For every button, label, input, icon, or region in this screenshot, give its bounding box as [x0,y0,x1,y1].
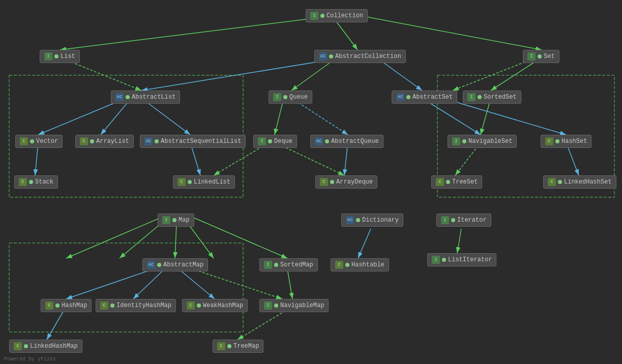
node-queue[interactable]: I Queue [269,90,312,104]
label-weakhashmap: WeakHashMap [203,302,243,309]
node-linkedlist[interactable]: C LinkedList [173,175,235,189]
node-list[interactable]: I List [40,50,80,63]
icon-hashmap: C [45,301,53,310]
svg-rect-28 [9,243,243,332]
node-weakhashmap[interactable]: C WeakHashMap [182,299,248,312]
node-hashmap[interactable]: C HashMap [41,299,92,312]
node-treemap[interactable]: C TreeMap [213,340,263,353]
dot-sortedset [478,95,482,99]
label-navigableset: NavigableSet [468,138,512,145]
node-vector[interactable]: C Vector [15,135,63,148]
node-navigablemap[interactable]: I NavigableMap [259,299,329,312]
node-arraydeque[interactable]: C ArrayDeque [315,175,377,189]
node-linkedhashmap[interactable]: C LinkedHashMap [9,340,82,353]
icon-identityhashmap: C [100,301,108,310]
node-collection[interactable]: I Collection [306,9,368,22]
dot-hashset [555,139,559,143]
icon-listiterator: I [432,256,440,264]
label-deque: Deque [274,138,292,145]
svg-line-33 [184,214,287,258]
dot-abstractsequentiallist [155,139,159,143]
label-set: Set [544,53,555,60]
node-map[interactable]: I Map [158,214,194,227]
dot-abstractmap [157,263,161,267]
dot-abstractcollection [329,54,333,58]
icon-sortedset: I [467,93,476,101]
icon-vector: C [20,137,28,145]
dot-deque [268,139,272,143]
dot-abstractqueue [325,139,329,143]
icon-arraydeque: C [320,178,328,186]
icon-deque: I [258,137,266,145]
label-abstractset: AbstractSet [412,94,453,101]
node-hashtable[interactable]: C Hashtable [331,258,389,271]
svg-line-3 [336,21,358,50]
icon-sortedmap: I [264,261,272,269]
node-identityhashmap[interactable]: C IdentityHashMap [96,299,176,312]
node-linkedhashset[interactable]: C LinkedHashSet [543,175,616,189]
icon-treeset: C [436,178,444,186]
label-stack: Stack [35,178,53,186]
label-hashset: HashSet [561,138,587,145]
node-treeset[interactable]: C TreeSet [431,175,482,189]
label-linkedhashset: LinkedHashSet [564,178,612,186]
icon-list: I [44,52,52,60]
icon-weakhashmap: C [187,301,195,310]
dot-linkedhashmap [24,344,28,348]
node-deque[interactable]: I Deque [253,135,297,148]
dot-dictionary [356,218,360,222]
icon-abstractlist: AC [115,93,124,101]
dot-navigablemap [274,304,278,308]
node-abstractlist[interactable]: AC AbstractList [111,90,180,104]
label-abstractcollection: AbstractCollection [335,53,401,60]
node-dictionary[interactable]: AC Dictionary [341,214,403,227]
dot-set [538,54,542,58]
node-arraylist[interactable]: C ArrayList [75,135,134,148]
dot-list [54,54,58,58]
node-sortedset[interactable]: I SortedSet [463,90,521,104]
icon-queue: I [273,93,281,101]
svg-line-29 [66,214,170,258]
svg-line-34 [358,229,371,258]
label-iterator: Iterator [457,217,487,224]
node-navigableset[interactable]: I NavigableSet [448,135,517,148]
dot-hashmap [55,304,60,308]
icon-hashtable: C [335,261,343,269]
node-set[interactable]: I Set [523,50,559,63]
icon-iterator: I [441,216,449,224]
dot-abstractset [406,95,410,99]
node-abstractsequentiallist[interactable]: AC AbstractSequentialList [140,135,246,148]
node-sortedmap[interactable]: I SortedMap [259,258,318,271]
label-collection: Collection [327,12,363,19]
label-map: Map [179,217,190,224]
node-abstractset[interactable]: AC AbstractSet [392,90,457,104]
dot-map [172,218,176,222]
label-queue: Queue [289,94,308,101]
node-abstractcollection[interactable]: AC AbstractCollection [314,50,406,63]
label-abstractqueue: AbstractQueue [331,138,379,145]
node-hashset[interactable]: C HashSet [541,135,591,148]
label-arraylist: ArrayList [96,138,129,145]
dot-navigableset [462,139,466,143]
label-treemap: TreeMap [233,343,259,350]
dot-arraylist [90,139,94,143]
icon-abstractsequentiallist: AC [144,137,153,145]
node-abstractqueue[interactable]: AC AbstractQueue [310,135,383,148]
node-abstractmap[interactable]: AC AbstractMap [142,258,208,271]
icon-abstractcollection: AC [319,52,327,60]
label-dictionary: Dictionary [362,217,399,224]
node-stack[interactable]: C Stack [14,175,58,189]
icon-dictionary: AC [346,216,354,224]
dot-weakhashmap [197,304,201,308]
label-arraydeque: ArrayDeque [336,178,373,186]
svg-line-2 [60,17,326,50]
label-linkedlist: LinkedList [194,178,230,186]
dot-treemap [227,344,231,348]
label-sortedmap: SortedMap [280,261,313,268]
dot-stack [29,180,33,184]
label-abstractmap: AbstractMap [163,261,203,268]
node-iterator[interactable]: I Iterator [436,214,491,227]
icon-hashset: C [545,137,553,145]
dot-hashtable [345,263,349,267]
node-listiterator[interactable]: I ListIterator [427,253,496,266]
